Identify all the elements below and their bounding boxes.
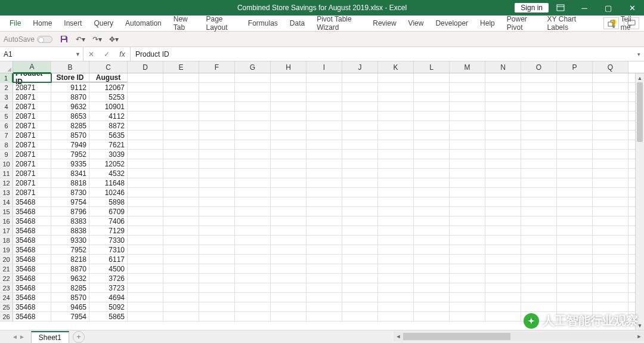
row-header[interactable]: 2 xyxy=(0,83,13,92)
vertical-scrollbar[interactable]: ▲ ▼ xyxy=(635,73,644,330)
cell-F14[interactable] xyxy=(199,197,235,206)
cell-H20[interactable] xyxy=(271,255,306,264)
cell-L23[interactable] xyxy=(414,283,450,292)
cell-I4[interactable] xyxy=(306,102,342,111)
cell-I22[interactable] xyxy=(306,274,342,283)
cell-H16[interactable] xyxy=(271,217,306,225)
hscroll-thumb[interactable] xyxy=(403,333,510,340)
cell-E17[interactable] xyxy=(163,226,199,235)
cell-M2[interactable] xyxy=(450,83,485,92)
fx-icon[interactable]: fx xyxy=(114,50,130,58)
horizontal-scrollbar[interactable]: ◄ ► xyxy=(394,332,644,341)
cell-A11[interactable]: 20871 xyxy=(13,169,51,178)
row-header[interactable]: 21 xyxy=(0,264,13,273)
cell-B26[interactable]: 7954 xyxy=(51,312,89,321)
cell-Q18[interactable] xyxy=(593,236,628,245)
cell-G18[interactable] xyxy=(235,236,271,245)
row-header[interactable]: 18 xyxy=(0,236,13,245)
cell-I9[interactable] xyxy=(306,150,342,159)
cell-B19[interactable]: 7952 xyxy=(51,245,89,254)
cell-A7[interactable]: 20871 xyxy=(13,131,51,140)
tab-automation[interactable]: Automation xyxy=(119,16,168,31)
cell-F6[interactable] xyxy=(199,121,235,130)
cell-G19[interactable] xyxy=(235,245,271,254)
cell-Q15[interactable] xyxy=(593,207,628,216)
cell-A10[interactable]: 20871 xyxy=(13,159,51,168)
cell-F7[interactable] xyxy=(199,131,235,140)
cell-E20[interactable] xyxy=(163,255,199,264)
cell-A16[interactable]: 35468 xyxy=(13,217,51,225)
column-header-M[interactable]: M xyxy=(450,61,485,73)
cell-M20[interactable] xyxy=(450,255,485,264)
cell-C4[interactable]: 10901 xyxy=(89,102,128,111)
cell-L2[interactable] xyxy=(414,83,450,92)
cell-E19[interactable] xyxy=(163,245,199,254)
cell-Q3[interactable] xyxy=(593,92,628,101)
column-header-F[interactable]: F xyxy=(199,61,235,73)
cell-O21[interactable] xyxy=(521,264,557,273)
cell-B4[interactable]: 9632 xyxy=(51,102,89,111)
cell-O15[interactable] xyxy=(521,207,557,216)
cell-B1[interactable]: Store ID xyxy=(51,73,89,82)
cell-P14[interactable] xyxy=(557,197,593,206)
cell-I21[interactable] xyxy=(306,264,342,273)
cell-G16[interactable] xyxy=(235,217,271,225)
cell-F4[interactable] xyxy=(199,102,235,111)
cell-D20[interactable] xyxy=(128,255,163,264)
cell-M19[interactable] xyxy=(450,245,485,254)
row-header[interactable]: 1 xyxy=(0,73,13,82)
cell-B25[interactable]: 9465 xyxy=(51,302,89,311)
cell-H15[interactable] xyxy=(271,207,306,216)
cell-O19[interactable] xyxy=(521,245,557,254)
row-header[interactable]: 23 xyxy=(0,283,13,292)
cell-A21[interactable]: 35468 xyxy=(13,264,51,273)
cell-N6[interactable] xyxy=(485,121,521,130)
cell-G10[interactable] xyxy=(235,159,271,168)
cell-K20[interactable] xyxy=(378,255,414,264)
cell-N9[interactable] xyxy=(485,150,521,159)
cell-H9[interactable] xyxy=(271,150,306,159)
cell-G12[interactable] xyxy=(235,178,271,187)
cell-D25[interactable] xyxy=(128,302,163,311)
cell-M24[interactable] xyxy=(450,293,485,302)
save-icon[interactable] xyxy=(58,34,69,45)
cell-J17[interactable] xyxy=(342,226,378,235)
cell-O9[interactable] xyxy=(521,150,557,159)
cell-O26[interactable] xyxy=(521,312,557,321)
row-header[interactable]: 10 xyxy=(0,159,13,168)
cell-E18[interactable] xyxy=(163,236,199,245)
cell-G8[interactable] xyxy=(235,140,271,149)
cell-B18[interactable]: 9330 xyxy=(51,236,89,245)
cell-J10[interactable] xyxy=(342,159,378,168)
cell-I17[interactable] xyxy=(306,226,342,235)
cell-L24[interactable] xyxy=(414,293,450,302)
column-header-C[interactable]: C xyxy=(89,61,128,73)
cell-L4[interactable] xyxy=(414,102,450,111)
cell-M25[interactable] xyxy=(450,302,485,311)
cell-D24[interactable] xyxy=(128,293,163,302)
cell-D9[interactable] xyxy=(128,150,163,159)
cell-D13[interactable] xyxy=(128,188,163,197)
cell-I23[interactable] xyxy=(306,283,342,292)
cell-P6[interactable] xyxy=(557,121,593,130)
cell-H4[interactable] xyxy=(271,102,306,111)
cell-F17[interactable] xyxy=(199,226,235,235)
cell-F26[interactable] xyxy=(199,312,235,321)
cell-D5[interactable] xyxy=(128,112,163,120)
cell-I5[interactable] xyxy=(306,112,342,120)
cell-D12[interactable] xyxy=(128,178,163,187)
cell-L7[interactable] xyxy=(414,131,450,140)
row-header[interactable]: 13 xyxy=(0,188,13,197)
cell-K3[interactable] xyxy=(378,92,414,101)
cell-M18[interactable] xyxy=(450,236,485,245)
cell-P1[interactable] xyxy=(557,73,593,82)
cell-P16[interactable] xyxy=(557,217,593,225)
cell-J12[interactable] xyxy=(342,178,378,187)
cell-D26[interactable] xyxy=(128,312,163,321)
cell-G3[interactable] xyxy=(235,92,271,101)
cell-A5[interactable]: 20871 xyxy=(13,112,51,120)
cell-Q19[interactable] xyxy=(593,245,628,254)
cell-Q4[interactable] xyxy=(593,102,628,111)
nav-next-icon[interactable]: ► xyxy=(19,333,25,340)
cell-H13[interactable] xyxy=(271,188,306,197)
